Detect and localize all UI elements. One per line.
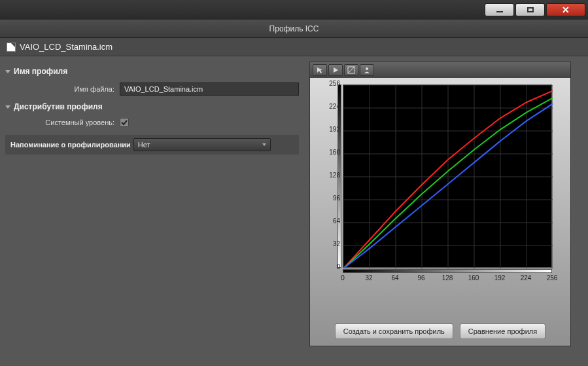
window-titlebar: ✕ — [0, 0, 588, 20]
tool-line[interactable] — [344, 64, 358, 76]
gradient-bar-horizontal — [343, 269, 552, 273]
section-title: Дистрибутив профиля — [14, 102, 103, 111]
file-bar: VAIO_LCD_Stamina.icm — [0, 38, 588, 56]
properties-pane: Имя профиля Имя файла: Дистрибутив профи… — [0, 56, 304, 366]
reminder-dropdown[interactable]: Нет — [133, 138, 271, 151]
section-title: Имя профиля — [14, 67, 67, 76]
chart-toolbar — [310, 62, 570, 78]
section-profile-name[interactable]: Имя профиля — [5, 63, 299, 80]
svg-point-2 — [366, 67, 368, 70]
chart-panel: 0326496128160192224256 03264961281601922… — [309, 62, 571, 346]
chart-plot — [343, 84, 552, 268]
header-title: Профиль ICC — [269, 24, 319, 33]
tool-play[interactable] — [328, 64, 343, 76]
dropdown-value: Нет — [138, 141, 150, 149]
file-name-input[interactable] — [120, 82, 299, 96]
file-name: VAIO_LCD_Stamina.icm — [20, 42, 112, 52]
chevron-down-icon — [5, 70, 10, 73]
minimize-button[interactable] — [485, 3, 514, 16]
chevron-down-icon — [262, 143, 266, 146]
y-axis-ticks: 0326496128160192224256 — [319, 80, 340, 273]
svg-line-1 — [349, 67, 354, 73]
chart-body: 0326496128160192224256 03264961281601922… — [310, 78, 570, 317]
app-header: Профиль ICC — [0, 20, 588, 38]
chart-footer: Создать и сохранить профиль Сравнение пр… — [310, 317, 570, 346]
profile-file-icon — [7, 43, 16, 52]
reminder-row: Напоминание о профилировании Нет — [5, 135, 299, 155]
close-button[interactable]: ✕ — [546, 3, 585, 16]
file-name-label: Имя файла: — [5, 85, 120, 93]
section-distribution[interactable]: Дистрибутив профиля — [5, 98, 299, 115]
reminder-label: Напоминание о профилировании — [10, 141, 131, 149]
chevron-down-icon — [5, 105, 10, 109]
tool-pointer[interactable] — [313, 64, 327, 76]
tool-person[interactable] — [360, 64, 374, 76]
system-level-checkbox[interactable] — [120, 118, 129, 127]
compare-profile-button[interactable]: Сравнение профиля — [460, 323, 545, 339]
create-save-profile-button[interactable]: Создать и сохранить профиль — [335, 323, 453, 339]
system-level-label: Системный уровень: — [5, 119, 120, 126]
maximize-button[interactable] — [515, 3, 545, 16]
